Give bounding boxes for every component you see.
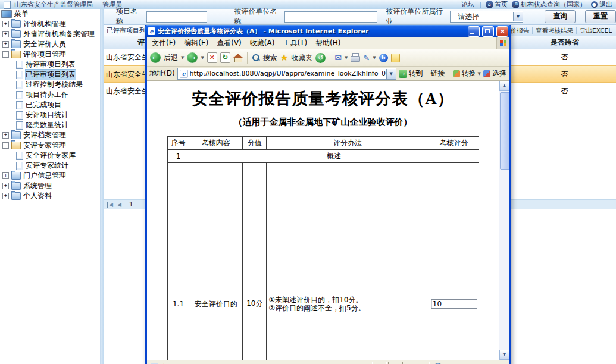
sidebar-item[interactable]: −评价项目管理 (0, 49, 100, 59)
maximize-button[interactable] (482, 26, 494, 37)
sidebar-item[interactable]: +个人资料 (0, 191, 100, 201)
collapse-icon[interactable]: − (2, 51, 9, 58)
address-label: 地址(D) (149, 68, 175, 79)
back-icon[interactable]: ← (150, 52, 161, 63)
address-input[interactable]: e http://localhost:8080/aqpj/UI/appro/ex… (177, 68, 396, 80)
expand-icon[interactable]: + (2, 41, 9, 48)
convert-button[interactable]: 转换 ▼ (453, 68, 481, 79)
home-page-icon[interactable] (233, 54, 243, 62)
expand-icon[interactable]: + (2, 31, 9, 37)
messenger-icon[interactable]: b (379, 54, 388, 62)
expand-icon[interactable]: + (2, 183, 9, 189)
menu-help[interactable]: 帮助(H) (311, 38, 345, 48)
print-icon[interactable] (351, 55, 360, 62)
mail-icon[interactable]: ✉ (334, 53, 342, 62)
reset-button[interactable]: 重置 (585, 10, 616, 23)
forward-icon[interactable]: → (187, 52, 198, 63)
project-name-label: 项目名称 (116, 7, 143, 27)
link-org-status-query[interactable]: 🔎机构状态查询（国家） (512, 0, 586, 9)
close-button[interactable]: × (496, 26, 508, 37)
sidebar-subitem[interactable]: 项目待办工作 (0, 90, 100, 100)
menu-view[interactable]: 查看(V) (212, 38, 246, 48)
edit-icon[interactable]: ✎ (363, 54, 370, 62)
expand-icon[interactable]: + (2, 172, 9, 179)
links-label[interactable]: 链接 (431, 68, 445, 79)
score-row: 1.1安全评价目的10分①未阐述评价目的，扣10分。 ②评价目的阐述不全，扣5分… (168, 163, 479, 360)
history-icon[interactable]: ↺ (315, 53, 326, 63)
score-input[interactable] (431, 299, 477, 309)
scroll-up-icon[interactable]: ▲ (499, 81, 509, 91)
sidebar-item[interactable]: +门户信息管理 (0, 171, 100, 181)
sidebar-item[interactable]: +外省评价机构备案管理 (0, 29, 100, 39)
sidebar-subitem[interactable]: 已评审项目列表 (0, 70, 100, 80)
expand-icon[interactable]: + (2, 21, 9, 27)
query-button[interactable]: 查询 (545, 10, 576, 23)
score-column-header: 分值 (243, 137, 267, 150)
search-toolbar-icon[interactable] (252, 54, 260, 62)
search-label: 搜索 (263, 53, 277, 63)
industry-select[interactable]: --请选择-- ▼ (450, 11, 523, 23)
section-row: 1概述 (168, 150, 479, 163)
sidebar: 菜单 +评价机构管理+外省评价机构备案管理+安全评价人员−评价项目管理待评审项目… (0, 9, 100, 364)
project-name-input[interactable] (146, 11, 207, 23)
expand-icon[interactable]: + (2, 193, 9, 199)
page-icon (16, 91, 23, 99)
sidebar-subitem[interactable]: 待评审项目列表 (0, 59, 100, 70)
ie-toolbar: ← 后退 ▼ → ▼ ✕ ↻ 搜索 ★ 收藏夹 ↺ ✉ ▼ ✎ ▼ b (147, 49, 509, 67)
first-page-icon[interactable]: ◀ (107, 202, 113, 208)
chevron-down-icon[interactable]: ▼ (513, 12, 523, 21)
document-title: 安全评价报告质量考核评分表（A） (147, 88, 499, 109)
sidebar-subitem[interactable]: 过程控制考核结果 (0, 80, 100, 90)
page-icon (16, 81, 23, 89)
search-icon: 🔎 (512, 1, 519, 8)
prev-page-icon[interactable]: ◀ (117, 202, 121, 208)
stop-icon[interactable]: ✕ (207, 52, 217, 63)
collapse-icon[interactable]: − (2, 142, 9, 149)
sidebar-root[interactable]: 菜单 (0, 9, 100, 19)
sidebar-item[interactable]: +系统管理 (0, 181, 100, 191)
sidebar-subitem[interactable]: 安全评价专家库 (0, 150, 100, 161)
sidebar-subitem[interactable]: 已完成项目 (0, 100, 100, 110)
document-subtitle: （适用于金属非金属地下矿山企业验收评价） (147, 117, 499, 128)
window-titlebar[interactable]: e 安全评价报告质量考核评分表（A） - Microsoft Internet … (145, 25, 511, 37)
menu-tools[interactable]: 工具(T) (279, 38, 311, 48)
score-column-header: 评分办法 (267, 137, 429, 150)
menu-edit[interactable]: 编辑(E) (180, 38, 212, 48)
export-excel-button[interactable]: 导出EXCEL (577, 27, 615, 35)
ie-popup-window: e 安全评价报告质量考核评分表（A） - Microsoft Internet … (145, 25, 511, 364)
sidebar-subitem[interactable]: 安评专家统计 (0, 161, 100, 171)
status-bar: 完毕 本地 Intranet (147, 360, 509, 364)
score-table: 序号考核内容分值评分办法考核评分 1概述1.1安全评价目的10分①未阐述评价目的… (167, 136, 479, 360)
folder-icon (11, 142, 21, 149)
sidebar-item[interactable]: +评价机构管理 (0, 19, 100, 29)
vertical-scrollbar[interactable]: ▲ ▼ (499, 81, 509, 360)
menu-favorites[interactable]: 收藏(A) (246, 38, 279, 48)
expand-icon[interactable]: + (2, 132, 9, 139)
favorites-star-icon[interactable]: ★ (280, 54, 288, 62)
select-button[interactable]: 选择 (483, 68, 506, 79)
folder-icon (11, 131, 21, 139)
view-assess-result-button[interactable]: 查看考核结果 (533, 27, 576, 35)
sidebar-item[interactable]: +安评档案管理 (0, 130, 100, 140)
link-home[interactable]: ⌂首页 (486, 0, 508, 9)
menu-file[interactable]: 文件(F) (148, 38, 180, 48)
sidebar-item[interactable]: +安全评价人员 (0, 39, 100, 49)
window-title: 安全评价报告质量考核评分表（A） - Microsoft Internet Ex… (158, 27, 465, 36)
sidebar-subitem[interactable]: 隐患数量统计 (0, 120, 100, 130)
favorites-label: 收藏夹 (291, 53, 312, 63)
link-forum[interactable]: 论坛 (461, 0, 474, 9)
refresh-icon[interactable]: ↻ (220, 52, 230, 63)
sidebar-item[interactable]: −安评专家管理 (0, 140, 100, 150)
scroll-down-icon[interactable]: ▼ (499, 350, 509, 360)
sidebar-subitem[interactable]: 安评项目统计 (0, 110, 100, 120)
scroll-thumb[interactable] (500, 92, 509, 170)
unit-name-input[interactable] (284, 11, 377, 23)
page-icon (16, 71, 23, 79)
address-dropdown-icon[interactable]: ▼ (386, 69, 396, 79)
notes-icon[interactable] (391, 54, 400, 62)
top-bar: 山东省安全生产监督管理局 管理员 论坛 | ⌂首页 🔎机构状态查询（国家） ●退… (0, 0, 616, 10)
minimize-button[interactable] (468, 26, 480, 37)
link-logout[interactable]: ●退出 (591, 0, 612, 9)
go-button[interactable]: → 转到 (399, 68, 423, 79)
home-icon: ⌂ (486, 1, 493, 8)
